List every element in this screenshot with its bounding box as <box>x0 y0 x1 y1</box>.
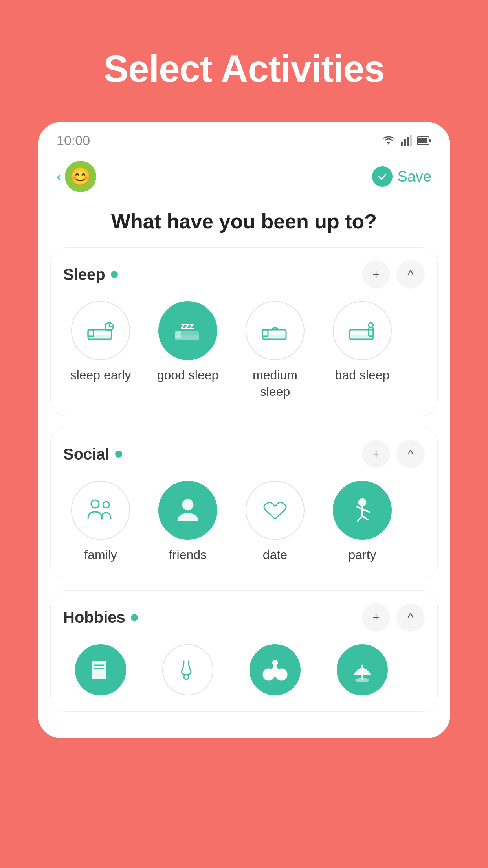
svg-point-28 <box>358 498 366 506</box>
svg-point-37 <box>184 675 189 679</box>
friends-label: friends <box>169 547 207 563</box>
svg-rect-2 <box>404 139 406 146</box>
status-icons <box>382 135 431 146</box>
social-card-actions: + ^ <box>362 440 425 468</box>
svg-rect-6 <box>429 139 431 142</box>
activity-bad-sleep[interactable]: bad sleep <box>325 301 400 400</box>
signal-icon <box>401 135 412 146</box>
svg-marker-0 <box>387 142 391 145</box>
hobbies-category-card: Hobbies + ^ <box>50 590 438 712</box>
save-check-icon <box>372 166 393 187</box>
sleep-card-header: Sleep + ^ <box>63 260 425 289</box>
svg-point-25 <box>91 500 99 508</box>
svg-line-33 <box>362 516 368 520</box>
date-label: date <box>263 547 287 563</box>
sleep-early-label: sleep early <box>70 367 131 384</box>
hobbies-collapse-button[interactable]: ^ <box>396 603 425 632</box>
sleep-collapse-button[interactable]: ^ <box>396 260 425 289</box>
activity-good-sleep[interactable]: ZZZ good sleep <box>150 301 225 400</box>
avatar: 😊 <box>65 161 96 192</box>
social-collapse-button[interactable]: ^ <box>396 440 425 468</box>
svg-line-31 <box>362 509 369 512</box>
hobbies-add-button[interactable]: + <box>362 603 390 632</box>
activity-party[interactable]: party <box>325 481 400 563</box>
hobbies-activities <box>63 644 425 695</box>
save-label: Save <box>397 168 431 185</box>
sleep-activities: sleep early ZZZ good sleep <box>63 301 425 400</box>
family-label: family <box>84 547 117 563</box>
social-dot <box>115 451 122 458</box>
good-sleep-label: good sleep <box>157 367 219 384</box>
sleep-dot <box>111 271 118 278</box>
svg-rect-4 <box>410 135 412 146</box>
svg-point-40 <box>273 660 277 665</box>
party-label: party <box>348 547 376 563</box>
medium-sleep-label: medium sleep <box>238 367 312 400</box>
svg-line-32 <box>358 516 362 521</box>
hobbies-dot <box>131 614 138 621</box>
bad-sleep-label: bad sleep <box>335 367 390 384</box>
activity-date[interactable]: date <box>238 481 312 563</box>
wifi-icon <box>382 135 395 146</box>
sleep-card-actions: + ^ <box>362 260 425 289</box>
section-question: What have you been up to? <box>38 202 450 247</box>
phone-card: 10:00 ‹ 😊 <box>38 122 450 738</box>
status-bar: 10:00 <box>38 122 450 154</box>
sleep-card-title: Sleep <box>63 266 118 283</box>
social-add-button[interactable]: + <box>362 440 390 468</box>
hobbies-card-header: Hobbies + ^ <box>63 603 425 632</box>
svg-rect-34 <box>92 661 106 679</box>
svg-point-42 <box>355 678 369 682</box>
activity-hobby3[interactable] <box>238 644 312 695</box>
nav-left: ‹ 😊 <box>57 161 96 192</box>
activity-friends[interactable]: friends <box>150 481 225 563</box>
hobbies-card-actions: + ^ <box>362 603 425 632</box>
activity-family[interactable]: family <box>63 481 138 563</box>
activity-medium-sleep[interactable]: medium sleep <box>238 301 312 400</box>
svg-rect-19 <box>262 335 286 339</box>
svg-text:ZZZ: ZZZ <box>181 323 194 331</box>
activity-hobby4[interactable] <box>325 644 400 695</box>
social-card-title: Social <box>63 445 122 463</box>
sleep-category-card: Sleep + ^ <box>50 247 438 416</box>
svg-rect-3 <box>407 137 409 146</box>
nav-bar: ‹ 😊 Save <box>38 154 450 202</box>
svg-rect-9 <box>88 335 112 339</box>
social-category-card: Social + ^ family <box>50 427 438 579</box>
svg-rect-7 <box>418 138 427 143</box>
activity-hobby2[interactable] <box>150 644 225 695</box>
battery-icon <box>417 136 431 145</box>
svg-rect-17 <box>175 331 181 338</box>
svg-rect-22 <box>350 335 373 339</box>
svg-point-27 <box>182 499 193 510</box>
save-button[interactable]: Save <box>372 166 431 187</box>
svg-point-24 <box>369 323 373 327</box>
svg-point-26 <box>103 502 109 508</box>
status-time: 10:00 <box>57 133 90 148</box>
activity-sleep-early[interactable]: sleep early <box>63 301 138 400</box>
hobbies-card-title: Hobbies <box>63 609 138 626</box>
back-arrow[interactable]: ‹ <box>57 169 62 184</box>
svg-line-30 <box>357 506 362 509</box>
activity-hobby1[interactable] <box>63 644 138 695</box>
sleep-add-button[interactable]: + <box>362 260 390 289</box>
svg-rect-1 <box>401 142 403 146</box>
page-title: Select Activities <box>103 47 385 90</box>
social-activities: family friends date <box>63 481 425 563</box>
social-card-header: Social + ^ <box>63 440 425 468</box>
